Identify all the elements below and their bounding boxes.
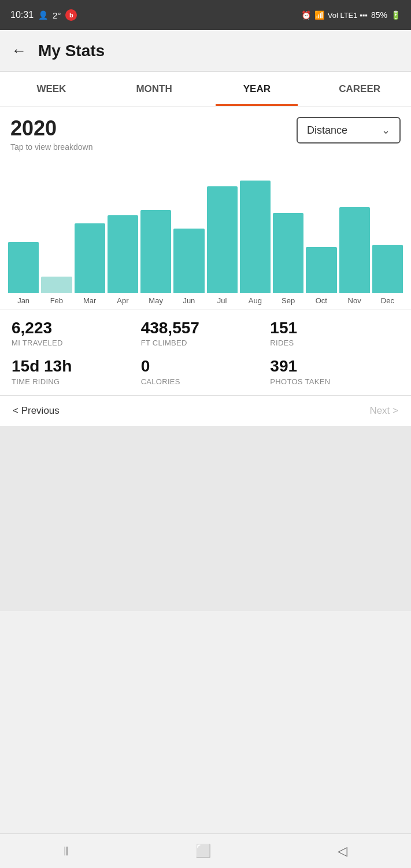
year-label: 2020 bbox=[10, 117, 92, 140]
status-right: ⏰ 📶 Vol LTE1 ▪▪▪ 85% 🔋 bbox=[301, 10, 401, 20]
label-sep: Sep bbox=[273, 296, 303, 305]
wifi-icon: 📶 bbox=[314, 10, 324, 20]
metric-dropdown[interactable]: Distance ⌄ bbox=[297, 117, 401, 144]
bar-mar[interactable] bbox=[75, 160, 105, 293]
year-row: 2020 Tap to view breakdown Distance ⌄ bbox=[0, 106, 411, 154]
gray-area bbox=[0, 426, 411, 611]
label-jun: Jun bbox=[173, 296, 204, 305]
label-oct: Oct bbox=[306, 296, 336, 305]
bar-feb[interactable] bbox=[41, 160, 72, 293]
next-button: Next > bbox=[369, 405, 398, 417]
label-aug: Aug bbox=[240, 296, 271, 305]
beats-icon: b bbox=[65, 9, 77, 21]
tab-year[interactable]: YEAR bbox=[206, 72, 309, 106]
pagination-row: < Previous Next > bbox=[0, 395, 411, 426]
app-header: ← My Stats bbox=[0, 30, 411, 72]
battery-icon: 🔋 bbox=[391, 10, 401, 20]
page-title: My Stats bbox=[38, 42, 105, 60]
bar-jul[interactable] bbox=[207, 160, 238, 293]
stat-value-ft: 438,557 bbox=[141, 319, 271, 337]
label-jan: Jan bbox=[8, 296, 39, 305]
bar-chart bbox=[8, 160, 403, 293]
stat-time-riding: 15d 13h TIME RIDING bbox=[12, 358, 141, 386]
dropdown-selected: Distance bbox=[307, 124, 347, 137]
bar-aug[interactable] bbox=[240, 160, 271, 293]
stat-label-time: TIME RIDING bbox=[12, 377, 141, 386]
label-mar: Mar bbox=[75, 296, 105, 305]
tab-bar: WEEK MONTH YEAR CAREER bbox=[0, 72, 411, 106]
back-button[interactable]: ← bbox=[12, 42, 27, 60]
recents-icon[interactable]: ⦀ bbox=[64, 844, 69, 859]
label-nov: Nov bbox=[339, 296, 370, 305]
bar-apr[interactable] bbox=[108, 160, 138, 293]
battery-label: 85% bbox=[371, 10, 387, 20]
main-content: 2020 Tap to view breakdown Distance ⌄ bbox=[0, 106, 411, 426]
stat-ft-climbed: 438,557 FT CLIMBED bbox=[141, 319, 271, 348]
year-info: 2020 Tap to view breakdown bbox=[10, 117, 92, 152]
stats-grid: 6,223 MI TRAVELED 438,557 FT CLIMBED 151… bbox=[0, 310, 411, 396]
alarm-icon: ⏰ bbox=[301, 10, 311, 20]
chevron-down-icon: ⌄ bbox=[382, 124, 390, 137]
stat-label-calories: CALORIES bbox=[141, 377, 271, 386]
bar-jun[interactable] bbox=[173, 160, 204, 293]
bottom-nav: ⦀ ⬜ ◁ bbox=[0, 833, 411, 868]
label-jul: Jul bbox=[207, 296, 238, 305]
bar-dec[interactable] bbox=[372, 160, 403, 293]
stat-label-photos: PHOTOS TAKEN bbox=[270, 377, 399, 386]
tab-month[interactable]: MONTH bbox=[103, 72, 206, 106]
temp-display: 2° bbox=[53, 10, 61, 20]
stat-value-time: 15d 13h bbox=[12, 358, 141, 376]
stat-label-mi: MI TRAVELED bbox=[12, 339, 141, 347]
back-nav-icon[interactable]: ◁ bbox=[338, 844, 347, 859]
previous-button[interactable]: < Previous bbox=[13, 405, 60, 417]
status-bar: 10:31 👤 2° b ⏰ 📶 Vol LTE1 ▪▪▪ 85% 🔋 bbox=[0, 0, 411, 30]
stat-value-mi: 6,223 bbox=[12, 319, 141, 337]
bar-nov[interactable] bbox=[339, 160, 370, 293]
stat-rides: 151 RIDES bbox=[270, 319, 399, 348]
home-icon[interactable]: ⬜ bbox=[195, 844, 211, 859]
label-feb: Feb bbox=[41, 296, 72, 305]
status-left: 10:31 👤 2° b bbox=[10, 9, 77, 21]
label-apr: Apr bbox=[108, 296, 138, 305]
chart-area bbox=[0, 154, 411, 293]
bar-sep[interactable] bbox=[273, 160, 303, 293]
bar-jan[interactable] bbox=[8, 160, 39, 293]
stat-value-photos: 391 bbox=[270, 358, 399, 376]
signal-icon: Vol LTE1 ▪▪▪ bbox=[328, 11, 368, 20]
tab-career[interactable]: CAREER bbox=[308, 72, 411, 106]
label-may: May bbox=[140, 296, 171, 305]
bar-may[interactable] bbox=[140, 160, 171, 293]
tap-hint: Tap to view breakdown bbox=[10, 142, 92, 152]
label-dec: Dec bbox=[372, 296, 403, 305]
stat-value-calories: 0 bbox=[141, 358, 271, 376]
month-labels: Jan Feb Mar Apr May Jun Jul Aug Sep Oct … bbox=[0, 293, 411, 310]
person-icon: 👤 bbox=[38, 10, 48, 20]
stat-calories: 0 CALORIES bbox=[141, 358, 271, 386]
tab-week[interactable]: WEEK bbox=[0, 72, 103, 106]
stat-mi-traveled: 6,223 MI TRAVELED bbox=[12, 319, 141, 348]
status-time: 10:31 bbox=[10, 10, 34, 20]
stat-photos: 391 PHOTOS TAKEN bbox=[270, 358, 399, 386]
stat-value-rides: 151 bbox=[270, 319, 399, 337]
stat-label-ft: FT CLIMBED bbox=[141, 339, 271, 347]
stat-label-rides: RIDES bbox=[270, 339, 399, 347]
bar-oct[interactable] bbox=[306, 160, 336, 293]
